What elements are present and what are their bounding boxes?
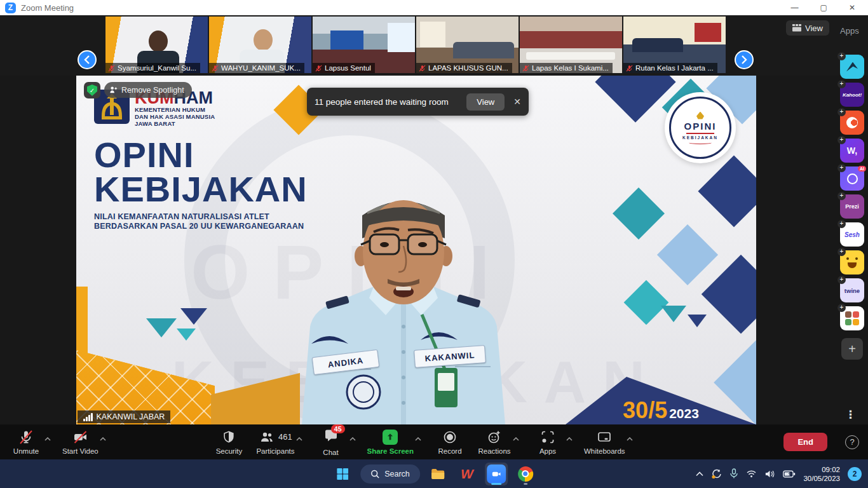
close-button[interactable]: ✕ xyxy=(849,3,855,12)
mic-tray-icon[interactable] xyxy=(729,468,738,479)
sidebar-app-welo[interactable]: W, xyxy=(840,139,864,163)
zoom-app-button[interactable] xyxy=(485,463,508,485)
help-button[interactable]: ? xyxy=(845,435,859,449)
sidebar-app-coda[interactable] xyxy=(840,111,864,135)
spotlight-icon xyxy=(109,86,118,94)
kahoot-label: Kahoot! xyxy=(843,92,862,98)
participant-name-tag: Rutan Kelas I Jakarta ... xyxy=(623,63,717,73)
active-app-indicator xyxy=(491,483,501,485)
participant-tile[interactable]: Rutan Kelas I Jakarta ... xyxy=(623,17,726,73)
maximize-button[interactable]: ▢ xyxy=(820,3,827,12)
chat-button[interactable]: 45 Chat xyxy=(314,424,348,459)
sidebar-app-funtivity-emoji[interactable] xyxy=(840,250,864,274)
participant-tile[interactable]: Lapsus Sentul xyxy=(313,17,415,73)
color-grid-icon xyxy=(845,311,859,325)
slide-date-day: 30/5 xyxy=(623,399,667,422)
welo-label: W, xyxy=(847,146,857,156)
whiteboards-button[interactable]: Whiteboards xyxy=(584,424,625,459)
notification-close-icon[interactable]: ✕ xyxy=(513,97,521,107)
chrome-button[interactable] xyxy=(514,463,537,485)
apps-button[interactable]: Apps xyxy=(531,424,565,459)
screen-panel xyxy=(330,30,363,50)
opini-kebijakan-badge: OPINI KEBIJAKAN xyxy=(665,92,736,163)
participant-tile[interactable]: LAPAS KHUSUS GUN... xyxy=(416,17,519,73)
participant-tile[interactable]: Lapas Kelas I Sukami... xyxy=(520,17,622,73)
remove-spotlight-button[interactable]: Remove Spotlight xyxy=(104,82,192,98)
slide-headline: OPINI KEBIJAKAN NILAI KEMANFAATAN NATURA… xyxy=(94,138,308,231)
battery-icon[interactable] xyxy=(783,470,796,478)
volume-icon[interactable] xyxy=(764,470,775,478)
wifi-icon[interactable] xyxy=(746,470,757,478)
participant-tile[interactable]: WAHYU_KANIM_SUK... xyxy=(209,17,311,73)
sidebar-app-kahoot[interactable]: Kahoot! xyxy=(840,83,864,107)
gallery-next-button[interactable] xyxy=(735,50,754,69)
sidebar-app-classpoint-ai[interactable]: AI xyxy=(840,166,864,191)
mic-muted-icon xyxy=(626,65,633,72)
participants-count: 461 xyxy=(278,432,292,442)
video-options-chevron[interactable] xyxy=(98,432,107,452)
minimize-button[interactable]: — xyxy=(791,3,799,12)
sidebar-app-sesh[interactable]: Sesh xyxy=(840,222,864,247)
decor-shape xyxy=(177,329,196,341)
window-title: Zoom Meeting xyxy=(21,3,74,13)
chat-options-chevron[interactable] xyxy=(348,432,357,452)
folder-icon xyxy=(430,468,445,480)
table-row xyxy=(526,52,615,60)
unmute-options-chevron[interactable] xyxy=(43,432,52,452)
add-app-button[interactable]: + xyxy=(841,338,863,360)
apps-options-chevron[interactable] xyxy=(565,432,574,452)
apps-panel-label[interactable]: Apps xyxy=(840,26,859,36)
file-explorer-button[interactable] xyxy=(426,463,449,485)
view-button[interactable]: View xyxy=(786,20,829,36)
taskbar-search[interactable]: Search xyxy=(360,464,420,484)
participant-name-tag: WAHYU_KANIM_SUK... xyxy=(209,63,304,73)
sidebar-app-funtivity[interactable] xyxy=(840,55,864,79)
reactions-options-chevron[interactable] xyxy=(512,432,520,452)
sidebar-app-prezi[interactable]: Prezi xyxy=(840,194,864,219)
emoji-mouth xyxy=(848,262,857,268)
waiting-room-notification: 11 people entered the waiting room View … xyxy=(307,88,529,116)
ministry-line: DAN HAK ASASI MANUSIA xyxy=(135,113,215,120)
notification-view-button[interactable]: View xyxy=(466,93,505,111)
notification-message: 11 people entered the waiting room xyxy=(315,97,466,107)
window-light xyxy=(388,23,415,52)
meeting-toolbar: Unmute Start Video Security 461 xyxy=(0,424,868,459)
end-meeting-button[interactable]: End xyxy=(783,433,827,451)
mic-muted-icon xyxy=(18,430,34,445)
participant-name-tag: Lapas Kelas I Sukami... xyxy=(520,63,613,73)
start-video-button[interactable]: Start Video xyxy=(62,424,98,459)
more-options-button[interactable]: ⋮ xyxy=(845,408,856,421)
participants-button[interactable]: 461 Participants xyxy=(256,424,294,459)
spotlight-video[interactable]: OPINI KEBIJAKAN 30/5 2023 xyxy=(76,76,756,424)
reactions-button[interactable]: Reactions xyxy=(477,424,512,459)
clock-time: 09:02 xyxy=(803,465,840,474)
record-button[interactable]: Record xyxy=(433,424,467,459)
taskbar-clock[interactable]: 09:02 30/05/2023 xyxy=(803,465,840,483)
windows-taskbar: Search W xyxy=(0,459,868,488)
sync-tray-icon[interactable] xyxy=(711,469,722,479)
wps-office-button[interactable]: W xyxy=(456,463,478,485)
unmute-button[interactable]: Unmute xyxy=(9,424,43,459)
mic-muted-icon xyxy=(522,65,529,72)
start-button[interactable] xyxy=(331,463,354,485)
sidebar-app-color-grid[interactable] xyxy=(840,306,864,330)
prezi-label: Prezi xyxy=(845,203,859,210)
encryption-shield-badge[interactable]: ✓ xyxy=(84,82,100,98)
participants-options-chevron[interactable] xyxy=(295,432,304,452)
gallery-prev-button[interactable] xyxy=(78,50,97,69)
share-options-chevron[interactable] xyxy=(414,432,423,452)
apps-icon xyxy=(540,430,555,445)
zoom-app-icon xyxy=(487,464,506,484)
coda-icon xyxy=(846,117,858,128)
participant-tile[interactable]: Syamsuriul_Kanwil Su... xyxy=(105,17,208,73)
decor-shape xyxy=(146,318,177,337)
record-icon xyxy=(442,430,458,445)
tray-chevron-up-icon[interactable] xyxy=(696,471,703,477)
security-button[interactable]: Security xyxy=(212,424,246,459)
slide-title-line1: OPINI xyxy=(94,138,308,172)
decor-shape xyxy=(180,308,207,325)
notification-count-badge[interactable]: 2 xyxy=(848,467,862,481)
whiteboards-options-chevron[interactable] xyxy=(625,432,634,452)
share-screen-button[interactable]: Share Screen xyxy=(367,424,414,459)
sidebar-app-twine[interactable]: twine xyxy=(840,278,864,302)
